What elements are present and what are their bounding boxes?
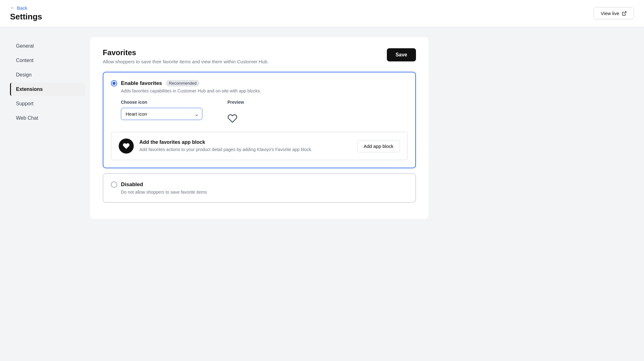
enable-radio[interactable] (111, 80, 117, 86)
icon-select-wrapper: Heart icon Star icon Bookmark icon ⌄ (121, 108, 202, 120)
section-title-block: Favorites Allow shoppers to save their f… (103, 48, 268, 64)
icon-select[interactable]: Heart icon Star icon Bookmark icon (121, 108, 202, 120)
disabled-radio[interactable] (111, 181, 117, 188)
sidebar: General Content Design Extensions Suppor… (10, 37, 85, 219)
sidebar-item-web-chat[interactable]: Web Chat (10, 112, 85, 125)
sidebar-item-general[interactable]: General (10, 39, 85, 53)
disabled-header: Disabled (111, 181, 408, 188)
back-link[interactable]: ← Back (10, 5, 42, 11)
app-block-title: Add the favorites app block (139, 139, 351, 145)
recommended-badge: Recommended (166, 80, 200, 86)
choose-icon-label: Choose icon (121, 100, 202, 105)
icon-section: Choose icon Heart icon Star icon Bookmar… (121, 100, 408, 126)
preview-section: Preview (227, 100, 244, 126)
enable-subdesc: Adds favorites capabilities in Customer … (121, 88, 408, 93)
app-block-card: Add the favorites app block Add favorite… (111, 132, 408, 160)
disabled-card: Disabled Do not allow shoppers to save f… (103, 173, 416, 203)
section-title: Favorites (103, 48, 268, 57)
top-bar-left: ← Back Settings (10, 5, 42, 22)
view-live-button[interactable]: View live (594, 7, 634, 19)
enable-label: Enable favorites (121, 80, 162, 86)
sidebar-item-extensions[interactable]: Extensions (10, 83, 85, 96)
top-bar: ← Back Settings View live (0, 0, 644, 27)
app-block-desc: Add favorites actions to your product de… (139, 146, 351, 153)
external-link-icon (622, 11, 627, 16)
add-app-block-button[interactable]: Add app block (357, 140, 400, 152)
section-desc: Allow shoppers to save their favorite it… (103, 59, 268, 64)
section-header: Favorites Allow shoppers to save their f… (103, 48, 416, 64)
enable-favorites-card: Enable favorites Recommended Adds favori… (103, 72, 416, 168)
heart-filled-icon (122, 142, 130, 150)
svg-line-0 (624, 12, 626, 14)
disabled-subdesc: Do not allow shoppers to save favorite i… (121, 190, 408, 195)
back-arrow-icon: ← (10, 5, 15, 11)
enable-favorites-header: Enable favorites Recommended (111, 80, 408, 86)
sidebar-item-support[interactable]: Support (10, 97, 85, 110)
preview-label: Preview (227, 100, 244, 105)
view-live-label: View live (601, 11, 619, 16)
back-label: Back (17, 5, 27, 11)
layout: General Content Design Extensions Suppor… (0, 27, 439, 229)
main-content: Favorites Allow shoppers to save their f… (90, 37, 428, 219)
save-button[interactable]: Save (387, 48, 416, 61)
app-block-text: Add the favorites app block Add favorite… (139, 139, 351, 153)
sidebar-item-design[interactable]: Design (10, 68, 85, 81)
disabled-label: Disabled (121, 181, 143, 188)
app-block-heart-icon (119, 139, 134, 154)
page-title: Settings (10, 12, 42, 22)
icon-section-left: Choose icon Heart icon Star icon Bookmar… (121, 100, 202, 120)
heart-preview-icon (227, 113, 244, 126)
sidebar-item-content[interactable]: Content (10, 54, 85, 67)
